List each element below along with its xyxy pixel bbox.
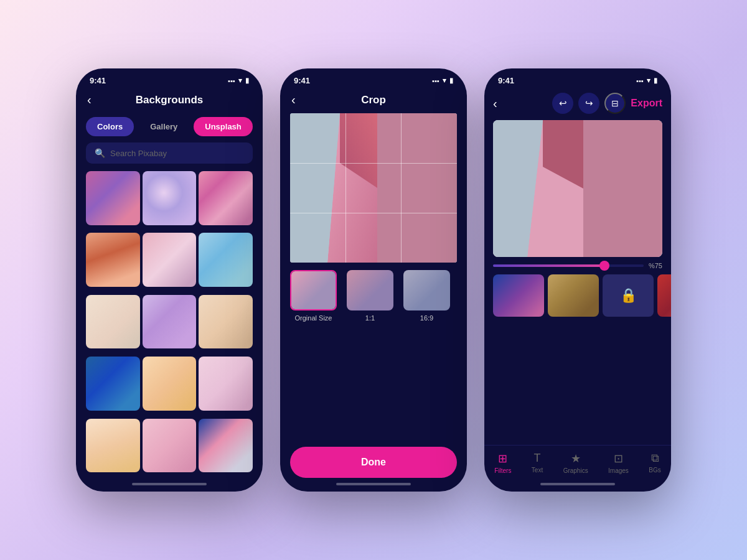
- wifi-icon-2: ▾: [443, 77, 446, 85]
- bottom-tabs: ⊞ Filters T Text ★ Graphics ⊡ Images ⧉ B…: [484, 445, 671, 478]
- crop-label-1x1: 1:1: [365, 314, 375, 322]
- tab-gallery[interactable]: Gallery: [139, 117, 189, 136]
- back-button-1[interactable]: ‹: [87, 93, 92, 107]
- progress-thumb[interactable]: [599, 261, 609, 271]
- graphics-label: Graphics: [563, 467, 588, 474]
- progress-row: %75: [484, 262, 671, 274]
- crop-grid-v1: [345, 113, 346, 263]
- grid-image-star[interactable]: [86, 419, 140, 473]
- tab-colors[interactable]: Colors: [86, 117, 134, 136]
- tab-graphics[interactable]: ★ Graphics: [558, 450, 593, 475]
- header-actions: ↩ ↪ ⊟ Export: [552, 93, 662, 114]
- bg-thumb-3[interactable]: [657, 274, 671, 317]
- layers-button[interactable]: ⊟: [604, 93, 626, 114]
- time-3: 9:41: [498, 76, 514, 85]
- grid-image-pink2[interactable]: [143, 419, 197, 473]
- editor-canvas[interactable]: [493, 120, 662, 257]
- filters-label: Filters: [494, 467, 511, 474]
- bg-thumb-2[interactable]: [548, 274, 599, 317]
- status-bar-2: 9:41 ▪▪▪ ▾ ▮: [280, 68, 467, 89]
- search-placeholder: Search Pixabay: [110, 149, 167, 158]
- grid-image-leaf[interactable]: [86, 233, 140, 287]
- crop-grid-h1: [290, 163, 457, 164]
- signal-icon-3: ▪▪▪: [636, 77, 644, 85]
- battery-icon-3: ▮: [654, 77, 657, 85]
- status-bar-1: 9:41 ▪▪▪ ▾ ▮: [76, 68, 263, 89]
- tab-images[interactable]: ⊡ Images: [603, 450, 634, 475]
- grid-image-ocean[interactable]: [86, 357, 140, 411]
- grid-image-peach[interactable]: [143, 357, 197, 411]
- status-icons-3: ▪▪▪ ▾ ▮: [636, 77, 657, 85]
- phone-crop: 9:41 ▪▪▪ ▾ ▮ ‹ Crop: [280, 68, 467, 492]
- crop-thumb-original: [290, 270, 337, 310]
- phone-backgrounds: 9:41 ▪▪▪ ▾ ▮ ‹ Backgrounds Colors Galler…: [76, 68, 263, 492]
- backgrounds-header: ‹ Backgrounds: [76, 89, 263, 113]
- crop-grid-v2: [401, 113, 402, 263]
- header-left: ‹: [493, 96, 497, 111]
- back-button-3[interactable]: ‹: [493, 96, 497, 111]
- crop-label-16x9: 16:9: [420, 314, 433, 322]
- svg-marker-7: [583, 120, 662, 257]
- undo-button[interactable]: ↩: [552, 93, 573, 114]
- progress-fill: [493, 264, 606, 267]
- text-label: Text: [532, 467, 543, 474]
- bg-strip: 🔒: [484, 274, 671, 323]
- status-icons-2: ▪▪▪ ▾ ▮: [432, 77, 453, 85]
- phone-editor: 9:41 ▪▪▪ ▾ ▮ ‹ ↩ ↪ ⊟ Export: [484, 68, 671, 492]
- crop-header: ‹ Crop: [280, 89, 467, 113]
- tab-filters[interactable]: ⊞ Filters: [489, 450, 516, 475]
- grid-image-marble[interactable]: [199, 171, 253, 225]
- signal-icon: ▪▪▪: [228, 77, 235, 85]
- crop-canvas[interactable]: [290, 113, 457, 263]
- grid-image-geo[interactable]: [199, 419, 253, 473]
- back-button-2[interactable]: ‹: [291, 93, 296, 107]
- home-indicator-1: [132, 483, 207, 485]
- crop-option-original[interactable]: Orginal Size: [290, 270, 337, 322]
- crop-grid: [290, 113, 457, 263]
- export-button[interactable]: Export: [631, 98, 662, 109]
- signal-icon-2: ▪▪▪: [432, 77, 439, 85]
- bg-thumb-1[interactable]: [493, 274, 544, 317]
- crop-option-1x1[interactable]: 1:1: [347, 270, 393, 322]
- editor-image-svg: [493, 120, 662, 257]
- grid-image-blue[interactable]: [199, 233, 253, 287]
- grid-image-body[interactable]: [143, 295, 197, 349]
- crop-done-button[interactable]: Done: [290, 447, 457, 478]
- grid-image-flower[interactable]: [86, 295, 140, 349]
- search-icon: 🔍: [95, 148, 105, 158]
- grid-image-cloud[interactable]: [143, 233, 197, 287]
- filters-icon: ⊞: [498, 452, 507, 465]
- home-indicator-2: [336, 483, 411, 485]
- battery-icon: ▮: [245, 77, 249, 85]
- crop-label-original: Orginal Size: [295, 314, 332, 322]
- crop-grid-h2: [290, 213, 457, 213]
- tab-text[interactable]: T Text: [527, 450, 548, 475]
- time-1: 9:41: [90, 76, 106, 85]
- crop-thumb-img-16x9: [403, 270, 450, 310]
- editor-header: ‹ ↩ ↪ ⊟ Export: [484, 89, 671, 120]
- battery-icon-2: ▮: [449, 77, 453, 85]
- grid-image-bokeh[interactable]: [143, 171, 197, 225]
- search-bar[interactable]: 🔍 Search Pixabay: [86, 142, 253, 164]
- status-icons-1: ▪▪▪ ▾ ▮: [228, 77, 249, 85]
- status-bar-3: 9:41 ▪▪▪ ▾ ▮: [484, 68, 671, 89]
- wifi-icon-3: ▾: [647, 77, 651, 85]
- crop-thumb-img-1x1: [347, 270, 393, 310]
- crop-title: Crop: [361, 94, 386, 106]
- tab-unsplash[interactable]: Unsplash: [194, 117, 253, 136]
- tab-bgs[interactable]: ⧉ BGs: [644, 450, 665, 475]
- grid-image-cherry[interactable]: [199, 357, 253, 411]
- grid-image-sky[interactable]: [86, 171, 140, 225]
- images-icon: ⊡: [614, 452, 623, 465]
- redo-button[interactable]: ↪: [578, 93, 599, 114]
- crop-thumb-img-original: [291, 271, 336, 309]
- tab-row: Colors Gallery Unsplash: [76, 113, 263, 142]
- wifi-icon: ▾: [238, 77, 242, 85]
- bgs-label: BGs: [649, 467, 660, 474]
- progress-track[interactable]: [493, 264, 644, 267]
- grid-image-beach[interactable]: [199, 295, 253, 349]
- bg-thumb-locked[interactable]: 🔒: [603, 274, 654, 317]
- progress-label: %75: [649, 262, 662, 269]
- crop-option-16x9[interactable]: 16:9: [403, 270, 450, 322]
- text-icon: T: [534, 452, 541, 465]
